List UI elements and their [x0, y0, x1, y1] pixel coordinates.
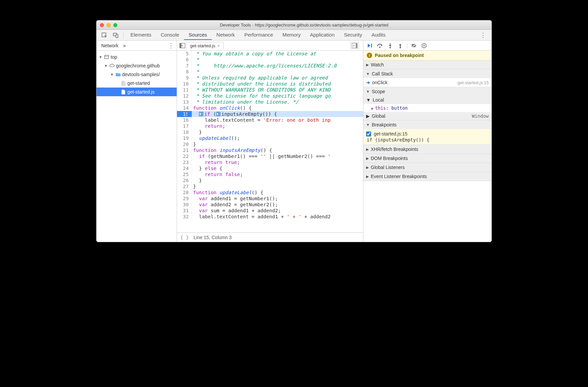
svg-rect-8 [356, 43, 357, 48]
breakpoint-checkbox[interactable] [366, 131, 371, 136]
code-line[interactable]: 32 label.textContent = addend1 + ' + ' +… [177, 214, 363, 220]
tab-performance[interactable]: Performance [240, 30, 278, 40]
code-line[interactable]: 29 var addend1 = getNumber1(); [177, 196, 363, 202]
tab-memory[interactable]: Memory [278, 30, 305, 40]
cloud-icon [109, 63, 115, 68]
tab-audits[interactable]: Audits [367, 30, 390, 40]
inspect-icon[interactable] [99, 31, 110, 40]
code-line[interactable]: 18 } [177, 129, 363, 135]
minimize-window-button[interactable] [107, 23, 111, 27]
code-line[interactable]: 14function onClick() { [177, 105, 363, 111]
more-menu-icon[interactable]: ⋮ [477, 32, 489, 39]
folder-icon [115, 72, 121, 77]
current-frame-icon: ➔ [366, 80, 370, 85]
section-event-listener-breakpoints[interactable]: ▶Event Listener Breakpoints [363, 172, 491, 181]
info-icon: i [367, 53, 372, 58]
source-tabs: get-started.js × [177, 41, 363, 51]
code-line[interactable]: 6 * [177, 57, 363, 63]
toggle-navigator-icon[interactable] [178, 43, 186, 48]
tab-security[interactable]: Security [339, 30, 367, 40]
callstack-frame[interactable]: ➔ onClick get-started.js:15 [363, 78, 491, 87]
tab-console[interactable]: Console [156, 30, 184, 40]
code-line[interactable]: 11 * WITHOUT WARRANTIES OR CONDITIONS OF… [177, 87, 363, 93]
section-watch[interactable]: ▶Watch [363, 60, 491, 69]
code-line[interactable]: 27} [177, 183, 363, 189]
tree-file-html[interactable]: get-started [97, 79, 177, 88]
step-over-icon[interactable] [375, 43, 385, 48]
code-line[interactable]: 17 return; [177, 123, 363, 129]
scope-global[interactable]: ▶GlobalWindow [363, 112, 491, 120]
code-line[interactable]: 15 if (inputsAreEmpty()) { [177, 111, 363, 117]
code-line[interactable]: 5 * You may obtain a copy of the License… [177, 51, 363, 57]
code-line[interactable]: 26 } [177, 177, 363, 183]
code-line[interactable]: 12 * See the License for the specific la… [177, 93, 363, 99]
svg-rect-3 [105, 55, 109, 59]
code-line[interactable]: 10 * distributed under the License is di… [177, 81, 363, 87]
code-line[interactable]: 23 return true; [177, 159, 363, 165]
source-file-tab[interactable]: get-started.js × [186, 42, 224, 49]
close-window-button[interactable] [100, 23, 104, 27]
step-out-icon[interactable] [396, 43, 405, 48]
file-tree: ▼ top ▼ googlechrome.github ▼ devtools-s… [97, 51, 177, 98]
code-line[interactable]: 30 var addend2 = getNumber2(); [177, 202, 363, 208]
code-line[interactable]: 13 * limitations under the License. */ [177, 99, 363, 105]
code-line[interactable]: 16 label.textContent = 'Error: one or bo… [177, 117, 363, 123]
code-line[interactable]: 22 if (getNumber1() === '' || getNumber2… [177, 153, 363, 159]
traffic-lights [100, 23, 117, 27]
tree-top-frame[interactable]: ▼ top [97, 53, 177, 61]
pretty-print-icon[interactable]: { } [180, 235, 189, 240]
debugger-pane: i Paused on breakpoint ▶Watch ▼Call Stac… [363, 41, 491, 242]
code-line[interactable]: 7 * http://www.apache.org/licenses/LICEN… [177, 63, 363, 69]
section-xhr-breakpoints[interactable]: ▶XHR/fetch Breakpoints [363, 145, 491, 154]
navigator-menu-icon[interactable]: ⋮ [168, 42, 174, 49]
tree-folder[interactable]: ▼ devtools-samples/ [97, 70, 177, 79]
code-line[interactable]: 31 var sum = addend1 + addend2; [177, 208, 363, 214]
paused-banner: i Paused on breakpoint [363, 51, 491, 60]
deactivate-breakpoints-icon[interactable] [409, 43, 419, 48]
code-line[interactable]: 28function updateLabel() { [177, 189, 363, 196]
zoom-window-button[interactable] [113, 23, 117, 27]
breakpoint-item[interactable]: get-started.js:15 if (inputsAreEmpty()) … [363, 129, 491, 145]
navigator-pane: Network » ⋮ ▼ top ▼ googlechrome.github … [97, 41, 177, 242]
panel-tabs: Elements Console Sources Network Perform… [126, 30, 390, 40]
close-tab-icon[interactable]: × [217, 43, 220, 48]
tab-elements[interactable]: Elements [126, 30, 156, 40]
code-line[interactable]: 21function inputsAreEmpty() { [177, 147, 363, 153]
step-into-icon[interactable] [386, 43, 395, 48]
pause-on-exceptions-icon[interactable] [419, 43, 429, 48]
code-line[interactable]: 20} [177, 141, 363, 147]
code-editor[interactable]: 5 * You may obtain a copy of the License… [177, 51, 363, 232]
navigator-more-tabs-icon[interactable]: » [123, 43, 126, 48]
tree-domain[interactable]: ▼ googlechrome.github [97, 61, 177, 70]
svg-rect-2 [116, 35, 118, 38]
tab-sources[interactable]: Sources [184, 30, 212, 40]
svg-rect-9 [371, 44, 372, 48]
device-toggle-icon[interactable] [110, 31, 121, 40]
code-line[interactable]: 25 return false; [177, 171, 363, 177]
section-dom-breakpoints[interactable]: ▶DOM Breakpoints [363, 154, 491, 163]
section-global-listeners[interactable]: ▶Global Listeners [363, 163, 491, 172]
svg-rect-17 [424, 45, 425, 47]
code-line[interactable]: 8 * [177, 69, 363, 75]
window-title: Developer Tools - https://googlechrome.g… [120, 22, 488, 27]
code-line[interactable]: 24 } else { [177, 165, 363, 171]
toggle-debugger-icon[interactable] [350, 42, 359, 49]
code-line[interactable]: 19 updateLabel(); [177, 135, 363, 141]
section-scope[interactable]: ▼Scope [363, 87, 491, 96]
code-line[interactable]: 9 * Unless required by applicable law or… [177, 75, 363, 81]
section-callstack[interactable]: ▼Call Stack [363, 69, 491, 78]
tab-network[interactable]: Network [212, 30, 240, 40]
svg-point-12 [390, 47, 391, 48]
editor-statusbar: { } Line 15, Column 3 [177, 232, 363, 242]
section-breakpoints[interactable]: ▼Breakpoints [363, 120, 491, 129]
tab-application[interactable]: Application [305, 30, 339, 40]
scope-var-this[interactable]: ▶this: button [363, 104, 491, 112]
debugger-controls [363, 41, 491, 51]
scope-local[interactable]: ▼Local [363, 96, 491, 104]
navigator-tab-network[interactable]: Network [99, 42, 120, 50]
tree-file-js[interactable]: get-started.js [97, 88, 177, 96]
resume-icon[interactable] [365, 43, 375, 48]
titlebar: Developer Tools - https://googlechrome.g… [97, 20, 491, 30]
svg-rect-6 [180, 43, 181, 48]
devtools-window: Developer Tools - https://googlechrome.g… [96, 20, 492, 242]
